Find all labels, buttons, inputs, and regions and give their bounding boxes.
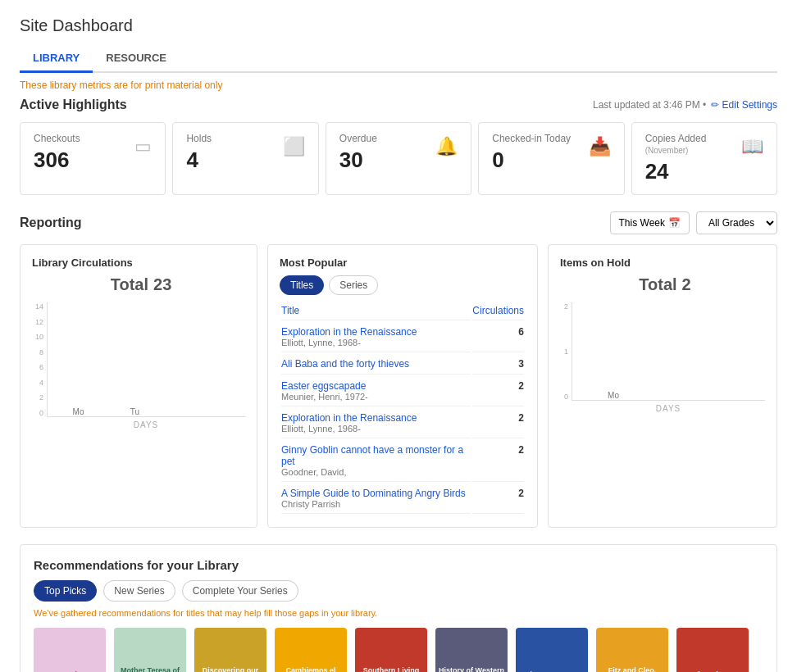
popular-tab-pills: Titles Series: [280, 275, 526, 295]
book-cover: Who's a Goose?: [516, 628, 588, 672]
circulations-chart-card: Library Circulations Total23 14121086420…: [20, 244, 257, 528]
list-item[interactable]: Cambiemos el mundo : ... Cambiemos el mu…: [275, 628, 347, 672]
pill-series[interactable]: Series: [329, 275, 378, 295]
book-author: Meunier, Henri, 1972-: [281, 392, 471, 402]
hold-bar-mo: Mo: [581, 388, 646, 400]
book-title-link[interactable]: A Simple Guide to Dominating Angry Birds: [281, 488, 471, 499]
list-item[interactable]: Mother Teresa of Kolkata : Sai Mother Te…: [114, 628, 186, 672]
book-author: Christy Parrish: [281, 499, 471, 509]
tab-library[interactable]: LIBRARY: [20, 45, 93, 73]
highlight-card-holds: Holds 4 ⬜: [172, 122, 318, 195]
reco-tab-new-series[interactable]: New Series: [103, 580, 175, 602]
table-row: Ali Baba and the forty thieves 3: [281, 354, 524, 375]
highlight-cards-container: Checkouts 306 ▭ Holds 4 ⬜ Overdue 30 🔔 C…: [20, 122, 777, 195]
overdue-value: 30: [339, 148, 377, 173]
table-row: Easter eggscapade Meunier, Henri, 1972- …: [281, 376, 524, 406]
pill-titles[interactable]: Titles: [280, 275, 324, 295]
circ-num: 2: [472, 440, 524, 482]
highlight-card-checkouts: Checkouts 306 ▭: [20, 122, 166, 195]
week-filter-btn[interactable]: This Week 📅: [610, 211, 690, 234]
book-cover: Southern Living Big Book of Sl: [355, 628, 427, 672]
book-cover: Mother Teresa of Kolkata : Sai: [114, 628, 186, 672]
highlight-card-copies: Copies Added (November) 24 📖: [631, 122, 777, 195]
book-title-link[interactable]: Easter eggscapade: [281, 380, 471, 392]
circulations-chart-title: Library Circulations: [32, 257, 245, 269]
books-row: Am I a unicorn? Am I a unicorn? Mother T…: [34, 628, 763, 672]
circ-axis-label: DAYS: [47, 420, 245, 429]
most-popular-card: Most Popular Titles Series Title Circula…: [267, 244, 538, 528]
circ-num: 6: [472, 322, 524, 352]
book-author: Elliott, Lynne, 1968-: [281, 424, 471, 434]
book-cover: Tethered stars: [676, 628, 749, 672]
overdue-icon: 🔔: [435, 136, 458, 157]
popular-table: Title Circulations Exploration in the Re…: [280, 303, 526, 515]
holds-label: Holds: [186, 133, 212, 144]
book-cover: Fitz and Cleo, 2,Fitz and Cleo: [596, 628, 668, 672]
book-cover: History of Western Society...: [435, 628, 508, 672]
grade-filter-select[interactable]: All Grades: [696, 211, 777, 234]
checkedin-value: 0: [492, 148, 571, 173]
filter-bar: This Week 📅 All Grades: [610, 211, 777, 234]
checkouts-icon: ▭: [134, 136, 152, 157]
reco-tab-complete-series[interactable]: Complete Your Series: [182, 580, 298, 602]
book-author: Goodner, David,: [281, 467, 471, 477]
recommendations-section: Recommendations for your Library Top Pic…: [20, 544, 777, 672]
table-row: Ginny Goblin cannot have a monster for a…: [281, 440, 524, 482]
metrics-note: These library metrics are for print mate…: [20, 79, 777, 91]
highlights-title: Active Highlights: [20, 98, 127, 112]
checkouts-value: 306: [34, 148, 80, 173]
list-item[interactable]: Southern Living Big Book of Sl Southern …: [355, 628, 427, 672]
bar-tu-label: Tu: [130, 407, 139, 416]
charts-row: Library Circulations Total23 14121086420…: [20, 244, 777, 528]
bar-mo: Mo: [56, 404, 101, 416]
reporting-title: Reporting: [20, 216, 82, 230]
checkouts-label: Checkouts: [34, 133, 80, 144]
most-popular-title: Most Popular: [280, 257, 526, 269]
copies-value: 24: [645, 159, 741, 184]
reporting-section: Reporting This Week 📅 All Grades Library…: [20, 211, 777, 528]
last-updated-text: Last updated at 3:46 PM •: [593, 99, 706, 111]
book-title-link[interactable]: Exploration in the Renaissance: [281, 326, 471, 338]
list-item[interactable]: Discovering our past : a histo Discoveri…: [194, 628, 266, 672]
tab-resource[interactable]: RESOURCE: [93, 45, 180, 73]
book-cover: Discovering our past : a histo: [194, 628, 266, 672]
edit-settings-link[interactable]: ✏ Edit Settings: [711, 99, 777, 111]
overdue-label: Overdue: [339, 133, 377, 144]
list-item[interactable]: Tethered stars Tethered stars: [676, 628, 749, 672]
list-item[interactable]: History of Western Society... History of…: [435, 628, 508, 672]
table-row: A Simple Guide to Dominating Angry Birds…: [281, 484, 524, 514]
circulations-total: Total23: [32, 275, 245, 294]
circ-num: 2: [472, 484, 524, 514]
reco-note: We've gathered recommendations for title…: [34, 608, 763, 618]
copies-label: Copies Added (November): [645, 133, 741, 156]
bar-tu: Tu: [112, 404, 157, 416]
book-cover: Am I a unicorn?: [34, 628, 106, 672]
main-tabs: LIBRARY RESOURCE: [20, 45, 777, 73]
hold-axis-label: DAYS: [572, 404, 765, 413]
highlight-card-checkedin: Checked-in Today 0 📥: [478, 122, 624, 195]
holds-icon: ⬜: [283, 136, 305, 157]
book-author: Elliott, Lynne, 1968-: [281, 338, 471, 347]
copies-icon: 📖: [741, 136, 763, 157]
page-title: Site Dashboard: [20, 16, 777, 35]
reco-tabs: Top Picks New Series Complete Your Serie…: [34, 580, 763, 602]
reco-tab-top-picks[interactable]: Top Picks: [34, 580, 97, 602]
items-on-hold-card: Items on Hold Total2 210 Mo: [548, 244, 777, 528]
hold-bar-mo-label: Mo: [608, 391, 619, 400]
reporting-header: Reporting This Week 📅 All Grades: [20, 211, 777, 234]
books-carousel: Am I a unicorn? Am I a unicorn? Mother T…: [34, 628, 763, 672]
circ-num: 2: [472, 376, 524, 406]
book-title-link[interactable]: Ali Baba and the forty thieves: [281, 358, 471, 370]
hold-total: Total2: [560, 275, 765, 294]
circ-num: 3: [472, 354, 524, 375]
book-cover: Cambiemos el mundo : ...: [275, 628, 347, 672]
list-item[interactable]: Fitz and Cleo, 2,Fitz and Cleo Fitz and …: [596, 628, 668, 672]
book-title-link[interactable]: Exploration in the Renaissance: [281, 412, 471, 424]
book-title-link[interactable]: Ginny Goblin cannot have a monster for a…: [281, 444, 471, 467]
bar-mo-label: Mo: [73, 407, 84, 416]
list-item[interactable]: Am I a unicorn? Am I a unicorn?: [34, 628, 106, 672]
list-item[interactable]: Who's a Goose? Who's a Goose?: [516, 628, 588, 672]
table-row: Exploration in the Renaissance Elliott, …: [281, 408, 524, 438]
checkedin-label: Checked-in Today: [492, 133, 571, 144]
checkedin-icon: 📥: [589, 136, 611, 157]
